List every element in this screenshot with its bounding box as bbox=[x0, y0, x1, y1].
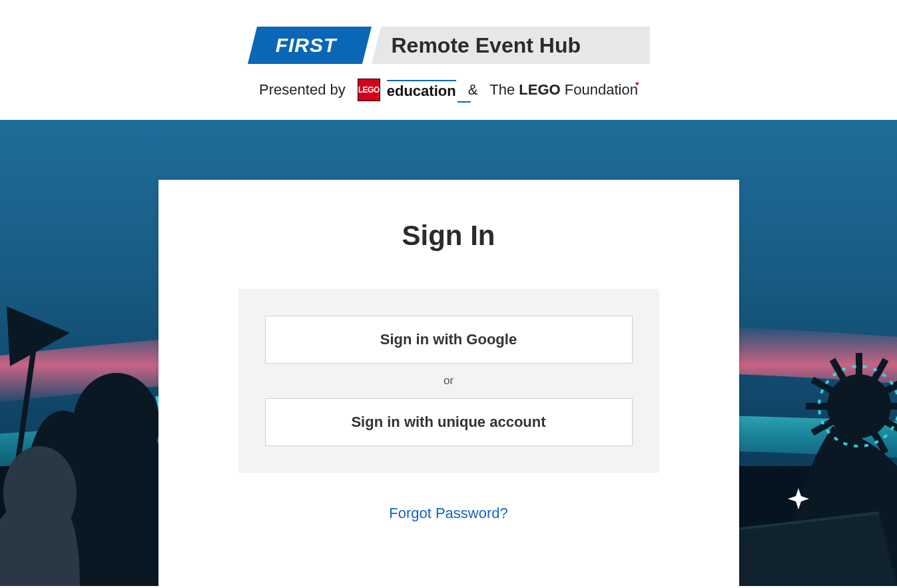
first-logo-text: FIRST bbox=[276, 34, 344, 57]
signin-methods-panel: Sign in with Google or Sign in with uniq… bbox=[238, 289, 659, 473]
lego-logo-icon: LEGO bbox=[358, 79, 380, 101]
signin-with-google-button[interactable]: Sign in with Google bbox=[265, 316, 633, 364]
signin-with-unique-account-button[interactable]: Sign in with unique account bbox=[265, 398, 633, 446]
sponsor-lego-foundation: The LEGO Foundation bbox=[489, 81, 638, 99]
signin-card: Sign In Sign in with Google or Sign in w… bbox=[158, 180, 739, 586]
sponsor-separator: & bbox=[468, 81, 478, 99]
page-header: FIRST Remote Event Hub Presented by LEGO… bbox=[0, 0, 897, 120]
signin-or-label: or bbox=[444, 374, 453, 388]
brand-banner: FIRST Remote Event Hub bbox=[248, 27, 650, 64]
presented-by-label: Presented by bbox=[259, 81, 346, 99]
sponsor2-prefix: The bbox=[489, 81, 519, 98]
product-name-banner: Remote Event Hub bbox=[372, 27, 650, 64]
sponsor2-suffix: Foundation bbox=[561, 81, 638, 98]
product-name-text: Remote Event Hub bbox=[372, 33, 581, 58]
presented-by-row: Presented by LEGO education & The LEGO F… bbox=[259, 79, 638, 101]
sponsor-education-text: education bbox=[387, 80, 456, 100]
sponsor-lego-education: LEGO education bbox=[358, 79, 456, 101]
forgot-password-link[interactable]: Forgot Password? bbox=[238, 505, 659, 522]
hero-section: Sign In Sign in with Google or Sign in w… bbox=[0, 120, 897, 586]
first-logo: FIRST bbox=[248, 27, 372, 64]
svg-point-5 bbox=[73, 373, 160, 473]
signin-heading: Sign In bbox=[238, 220, 659, 252]
sponsor2-bold: LEGO bbox=[519, 81, 560, 98]
